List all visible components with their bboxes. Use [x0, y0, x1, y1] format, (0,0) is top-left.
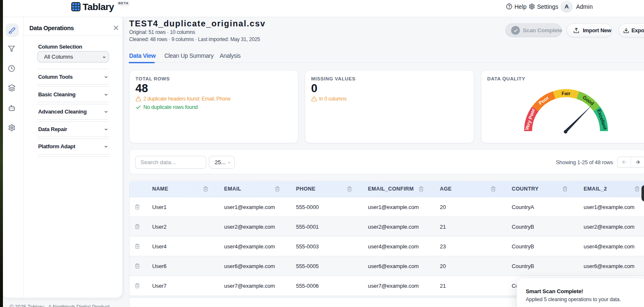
svg-text:Fair: Fair [561, 91, 571, 96]
